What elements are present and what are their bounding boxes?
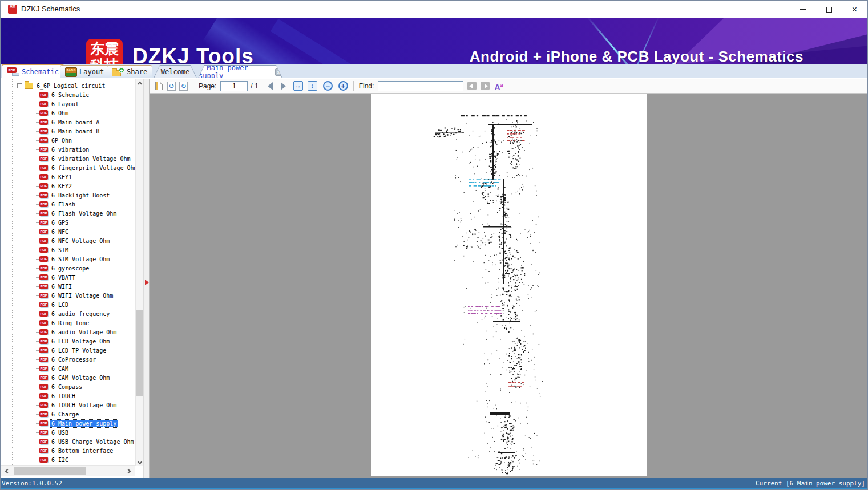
pdf-tab-icon: PDF bbox=[7, 67, 19, 76]
tree-item[interactable]: PDF6 TOUCH Voltage Ohm bbox=[1, 400, 135, 410]
tree-item[interactable]: PDF6 Main board A bbox=[1, 118, 135, 127]
tree-connector bbox=[34, 442, 39, 442]
sidebar-splitter[interactable] bbox=[143, 79, 150, 478]
zoom-out-icon[interactable]: − bbox=[323, 81, 333, 91]
tree-connector bbox=[34, 268, 39, 269]
brand-logo-line1: 东震 bbox=[86, 41, 123, 57]
tree-item[interactable]: PDF6 Charge bbox=[1, 410, 135, 419]
tree-item[interactable]: PDF6 Compass bbox=[1, 382, 135, 391]
tree-connector bbox=[34, 405, 39, 406]
scroll-up-icon[interactable] bbox=[136, 79, 144, 87]
tree-item[interactable]: PDF6 CoProcessor bbox=[1, 355, 135, 364]
app-icon-text: 东震 bbox=[10, 5, 15, 8]
tree-item[interactable]: PDF6 CAM Voltage Ohm bbox=[1, 373, 135, 382]
tree-item[interactable]: PDF6 Main board B bbox=[1, 127, 135, 136]
tree-item[interactable]: PDF6 audio frequency bbox=[1, 309, 135, 318]
tree-item[interactable]: PDF6 KEY1 bbox=[1, 172, 135, 181]
tree-item-label: 6 TOUCH Voltage Ohm bbox=[50, 402, 118, 409]
next-page-icon[interactable] bbox=[281, 82, 286, 90]
tree-item[interactable]: PDF6 WIFI bbox=[1, 282, 135, 291]
doctab-close-icon[interactable]: x bbox=[275, 68, 282, 76]
tree-item[interactable]: PDF6 WIFI Voltage Ohm bbox=[1, 291, 135, 300]
tree-item[interactable]: PDF6 Schematic bbox=[1, 90, 135, 99]
app-title: DZKJ Tools bbox=[132, 44, 254, 64]
tree-item[interactable]: PDF6 USB bbox=[1, 428, 135, 437]
tree-item[interactable]: PDF6 NFC bbox=[1, 227, 135, 236]
close-button[interactable]: × bbox=[842, 1, 867, 18]
rotate-left-icon[interactable]: ↺ bbox=[167, 82, 176, 91]
tree-item[interactable]: PDF6 I2C bbox=[1, 455, 135, 464]
match-case-icon[interactable]: Aa bbox=[494, 81, 503, 91]
maximize-button[interactable] bbox=[816, 1, 842, 18]
tree-horizontal-scrollbar[interactable] bbox=[1, 465, 135, 476]
pdf-page bbox=[371, 94, 647, 476]
tree-root-folder[interactable]: 6_6P Logical circuit bbox=[1, 81, 135, 90]
tree-item[interactable]: PDF6 TOUCH bbox=[1, 391, 135, 400]
scroll-right-icon[interactable] bbox=[124, 466, 133, 476]
tree-item[interactable]: PDF6 LCD bbox=[1, 300, 135, 309]
pdf-icon: PDF bbox=[39, 183, 48, 189]
pdf-icon: PDF bbox=[39, 439, 48, 444]
tree-connector bbox=[34, 378, 39, 378]
tree-item[interactable]: PDF6 vibration bbox=[1, 145, 135, 154]
tree-item[interactable]: PDF6 Main power supply bbox=[1, 419, 135, 428]
tree-item[interactable]: PDF6 Bottom interface bbox=[1, 446, 135, 455]
scroll-down-icon[interactable] bbox=[136, 458, 144, 466]
tree-item[interactable]: PDF6 Flash bbox=[1, 200, 135, 209]
tree-item[interactable]: PDF6 LCD Voltage Ohm bbox=[1, 337, 135, 346]
rotate-right-icon[interactable]: ↻ bbox=[179, 82, 188, 91]
tree-item[interactable]: PDF6 VBATT bbox=[1, 273, 135, 282]
splitter-collapse-icon[interactable] bbox=[145, 280, 149, 285]
tree-item[interactable]: PDF6 GPS bbox=[1, 218, 135, 227]
tree-vscroll-thumb[interactable] bbox=[136, 310, 143, 396]
find-input[interactable] bbox=[378, 81, 463, 91]
doctab-main-power-supply[interactable]: 6 Main power supply x bbox=[198, 65, 282, 78]
tree-root-label: 6_6P Logical circuit bbox=[35, 82, 106, 90]
find-next-icon[interactable] bbox=[481, 82, 490, 90]
snapshot-icon[interactable] bbox=[155, 82, 163, 90]
tree-item[interactable]: PDF6 NFC Voltage Ohm bbox=[1, 236, 135, 245]
find-previous-icon[interactable] bbox=[467, 82, 477, 90]
minimize-button[interactable] bbox=[790, 1, 816, 18]
tree-item[interactable]: PDF6 Layout bbox=[1, 99, 135, 108]
tree-item[interactable]: PDF6 SIM bbox=[1, 245, 135, 254]
tree-item[interactable]: PDF6 fingerprint Voltage Ohm bbox=[1, 163, 135, 172]
tree-item[interactable]: PDF6 Backlight Boost bbox=[1, 191, 135, 200]
tab-share[interactable]: + Share bbox=[107, 65, 152, 78]
pdf-viewer: ↺ ↻ Page: / 1 ↔ ↕ − + Find: Aa bbox=[150, 79, 867, 478]
fit-page-icon[interactable]: ↕ bbox=[308, 81, 317, 91]
doctab-welcome[interactable]: Welcome bbox=[154, 65, 197, 78]
pdf-icon: PDF bbox=[39, 284, 48, 289]
tree-item[interactable]: PDF6 vibration Voltage Ohm bbox=[1, 154, 135, 163]
tree-item[interactable]: PDF6 audio Voltage Ohm bbox=[1, 327, 135, 337]
tab-layout[interactable]: PADS Layout bbox=[60, 65, 109, 78]
tree-item[interactable]: PDF6 LCD TP Voltage bbox=[1, 346, 135, 355]
tree-item[interactable]: PDF6 Ring tone bbox=[1, 318, 135, 327]
pdf-icon: PDF bbox=[39, 366, 48, 371]
tree-hscroll-thumb[interactable] bbox=[14, 467, 86, 475]
tree-item[interactable]: PDF6 KEY2 bbox=[1, 181, 135, 191]
tree-connector bbox=[34, 149, 39, 150]
tree-item[interactable]: PDF6 Ohm bbox=[1, 108, 135, 118]
tree-item[interactable]: PDF6P Ohn bbox=[1, 136, 135, 145]
tree-item[interactable]: PDF6 Flash Voltage Ohm bbox=[1, 209, 135, 218]
page-number-input[interactable] bbox=[220, 81, 248, 91]
pdf-icon: PDF bbox=[39, 402, 48, 408]
tree-item-label: 6 Layout bbox=[50, 100, 80, 108]
zoom-in-icon[interactable]: + bbox=[338, 81, 348, 91]
pdf-icon: PDF bbox=[39, 320, 48, 326]
tree-item[interactable]: PDF6 SIM Voltage Ohm bbox=[1, 254, 135, 264]
tree-item[interactable]: PDF6 USB Charge Voltage Ohm bbox=[1, 437, 135, 446]
fit-width-icon[interactable]: ↔ bbox=[293, 81, 303, 91]
scroll-left-icon[interactable] bbox=[3, 466, 12, 476]
page-label: Page: bbox=[199, 82, 216, 90]
pdf-icon: PDF bbox=[39, 357, 48, 362]
pdf-icon: PDF bbox=[39, 210, 48, 216]
tree-item[interactable]: PDF6 CAM bbox=[1, 364, 135, 373]
tab-schematic[interactable]: PDF Schematic bbox=[2, 64, 64, 78]
tree-collapse-icon[interactable] bbox=[17, 83, 22, 88]
previous-page-icon[interactable] bbox=[268, 82, 273, 90]
tree-vertical-scrollbar[interactable] bbox=[135, 79, 143, 466]
tree-connector bbox=[34, 104, 39, 104]
tree-item[interactable]: PDF6 gyroscope bbox=[1, 264, 135, 273]
